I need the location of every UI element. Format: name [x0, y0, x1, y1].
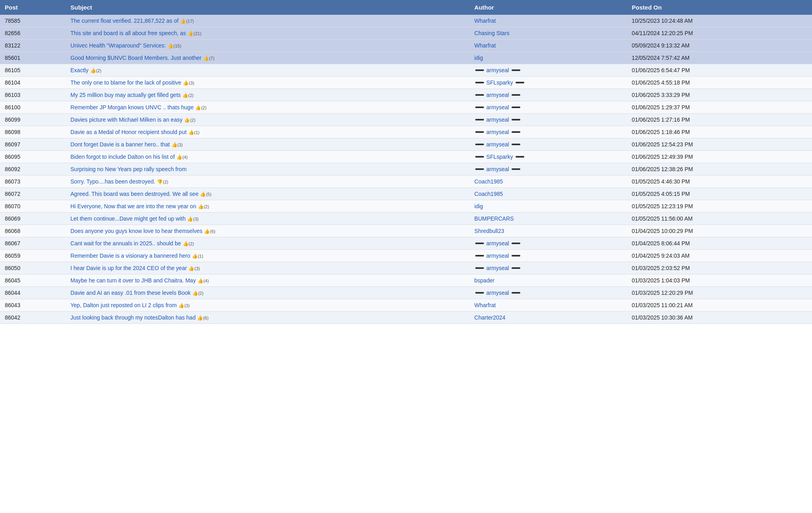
post-subject[interactable]: Agreed. This board was been destroyed. W…	[66, 188, 470, 200]
post-subject[interactable]: Yep, Dalton just reposted on LI 2 clips …	[66, 299, 470, 312]
subject-link[interactable]: My 25 million buy may actually get fille…	[71, 92, 181, 98]
posted-on: 01/06/2025 12:49:39 PM	[627, 151, 812, 163]
thumbsup-icon: 👍	[192, 290, 198, 296]
table-row: 86069Let them continue...Dave might get …	[0, 213, 812, 225]
like-count: (4)	[182, 155, 188, 160]
post-subject[interactable]: The only one to blame for the lack of po…	[66, 77, 470, 89]
posted-on: 01/03/2025 2:03:52 PM	[627, 262, 812, 274]
post-subject[interactable]: The current float verified. 221,867,522 …	[66, 15, 470, 27]
post-subject[interactable]: Remember Davie is a visionary a bannered…	[66, 250, 470, 262]
like-count: (2)	[96, 68, 101, 73]
author-name[interactable]: Coach1985	[474, 191, 503, 197]
author-name[interactable]: armyseal	[486, 290, 509, 296]
subject-link[interactable]: Agreed. This board was been destroyed. W…	[71, 191, 199, 197]
subject-link[interactable]: Davie as a Medal of Honor recipient shou…	[71, 129, 187, 135]
post-subject[interactable]: Maybe he can turn it over to JHB and Cha…	[66, 274, 470, 287]
subject-link[interactable]: The current float verified. 221,867,522 …	[71, 18, 179, 24]
author-name[interactable]: armyseal	[486, 67, 509, 73]
post-subject[interactable]: Surprising no New Years pep rally speech…	[66, 163, 470, 176]
post-author: armyseal	[470, 126, 627, 138]
post-subject[interactable]: Sorry. Typo....has been destroyed.👎(2)	[66, 176, 470, 188]
post-subject[interactable]: Cant wait for the annuals in 2025.. shou…	[66, 237, 470, 250]
subject-link[interactable]: Biden forgot to include Dalton on his li…	[71, 154, 175, 160]
subject-link[interactable]: Davies picture with Michael Milken is an…	[71, 116, 183, 123]
author-name[interactable]: Shredbull23	[474, 228, 504, 234]
post-id: 86092	[0, 163, 66, 176]
subject-link[interactable]: Let them continue...Dave might get fed u…	[71, 215, 186, 222]
author-name[interactable]: Wharfrat	[474, 42, 496, 49]
post-subject[interactable]: Does anyone you guys know love to hear t…	[66, 225, 470, 237]
subject-link[interactable]: Just looking back through my notesDalton…	[71, 314, 196, 321]
author-name[interactable]: armyseal	[486, 240, 509, 247]
author-name[interactable]: SFLsparky	[486, 79, 513, 86]
ban-icon	[475, 243, 484, 244]
author-name[interactable]: BUMPERCARS	[474, 215, 514, 222]
header-posted-on: Posted On	[627, 0, 812, 15]
post-author: armyseal	[470, 163, 627, 176]
post-subject[interactable]: Univec Health "Wraparound" Services:👍(15…	[66, 39, 470, 52]
post-subject[interactable]: Dont forget Davie is a banner hero.. tha…	[66, 138, 470, 151]
subject-link[interactable]: Remember JP Morgan knows UNVC .. thats h…	[71, 104, 194, 110]
post-author: SFLsparky	[470, 77, 627, 89]
subject-link[interactable]: Surprising no New Years pep rally speech…	[71, 166, 187, 172]
subject-link[interactable]: Sorry. Typo....has been destroyed.	[71, 178, 156, 185]
subject-link[interactable]: Remember Davie is a visionary a bannered…	[71, 253, 190, 259]
author-name[interactable]: idig	[474, 55, 483, 61]
subject-link[interactable]: Hi Everyone, Now that we are into the ne…	[71, 203, 196, 209]
post-subject[interactable]: Remember JP Morgan knows UNVC .. thats h…	[66, 101, 470, 114]
author-name[interactable]: armyseal	[486, 129, 509, 135]
thumbsup-icon: 👍	[198, 278, 203, 284]
author-name[interactable]: armyseal	[486, 265, 509, 271]
post-id: 86050	[0, 262, 66, 274]
post-subject[interactable]: I hear Davie is up for the 2024 CEO of t…	[66, 262, 470, 274]
subject-link[interactable]: Yep, Dalton just reposted on LI 2 clips …	[71, 302, 177, 308]
post-subject[interactable]: My 25 million buy may actually get fille…	[66, 89, 470, 101]
like-count: (3)	[194, 266, 200, 271]
posted-on: 01/03/2025 1:04:03 PM	[627, 274, 812, 287]
ban-icon	[475, 144, 484, 145]
author-name[interactable]: armyseal	[486, 141, 509, 148]
author-name[interactable]: bspader	[474, 277, 495, 284]
author-name[interactable]: armyseal	[486, 253, 509, 259]
subject-link[interactable]: Univec Health "Wraparound" Services:	[71, 42, 166, 49]
post-subject[interactable]: Davie and AI an easy .01 from these leve…	[66, 287, 470, 299]
like-count: (5)	[206, 192, 211, 197]
author-name[interactable]: armyseal	[486, 116, 509, 123]
author-name[interactable]: armyseal	[486, 92, 509, 98]
subject-link[interactable]: Cant wait for the annuals in 2025.. shou…	[71, 240, 181, 247]
subject-link[interactable]: Exactly	[71, 67, 89, 73]
like-count: (1)	[198, 254, 203, 258]
post-subject[interactable]: Let them continue...Dave might get fed u…	[66, 213, 470, 225]
post-subject[interactable]: Davies picture with Michael Milken is an…	[66, 114, 470, 126]
subject-link[interactable]: Maybe he can turn it over to JHB and Cha…	[71, 277, 196, 284]
post-subject[interactable]: Good Morning $UNVC Board Members. Just a…	[66, 52, 470, 64]
subject-link[interactable]: The only one to blame for the lack of po…	[71, 79, 182, 86]
author-name[interactable]: Charter2024	[474, 314, 506, 321]
ban-icon	[475, 131, 484, 133]
author-name[interactable]: SFLsparky	[486, 154, 513, 160]
subject-link[interactable]: Davie and AI an easy .01 from these leve…	[71, 290, 191, 296]
post-subject[interactable]: Hi Everyone, Now that we are into the ne…	[66, 200, 470, 213]
subject-link[interactable]: Dont forget Davie is a banner hero.. tha…	[71, 141, 170, 148]
author-name[interactable]: Wharfrat	[474, 18, 496, 24]
posted-on: 01/04/2025 9:24:03 AM	[627, 250, 812, 262]
author-name[interactable]: armyseal	[486, 166, 509, 172]
author-name[interactable]: Wharfrat	[474, 302, 496, 308]
post-subject[interactable]: Biden forgot to include Dalton on his li…	[66, 151, 470, 163]
post-subject[interactable]: Exactly👍(2)	[66, 64, 470, 77]
post-author: idig	[470, 52, 627, 64]
subject-link[interactable]: This site and board is all about free sp…	[71, 30, 186, 36]
author-name[interactable]: Coach1985	[474, 178, 503, 185]
like-count: (4)	[203, 278, 209, 283]
author-name[interactable]: Chasing Stars	[474, 30, 510, 36]
subject-link[interactable]: I hear Davie is up for the 2024 CEO of t…	[71, 265, 187, 271]
post-subject[interactable]: This site and board is all about free sp…	[66, 27, 470, 39]
post-id: 86097	[0, 138, 66, 151]
subject-link[interactable]: Does anyone you guys know love to hear t…	[71, 228, 203, 234]
post-author: Coach1985	[470, 176, 627, 188]
author-name[interactable]: armyseal	[486, 104, 509, 110]
subject-link[interactable]: Good Morning $UNVC Board Members. Just a…	[71, 55, 202, 61]
author-name[interactable]: idig	[474, 203, 483, 209]
post-subject[interactable]: Davie as a Medal of Honor recipient shou…	[66, 126, 470, 138]
post-subject[interactable]: Just looking back through my notesDalton…	[66, 312, 470, 324]
